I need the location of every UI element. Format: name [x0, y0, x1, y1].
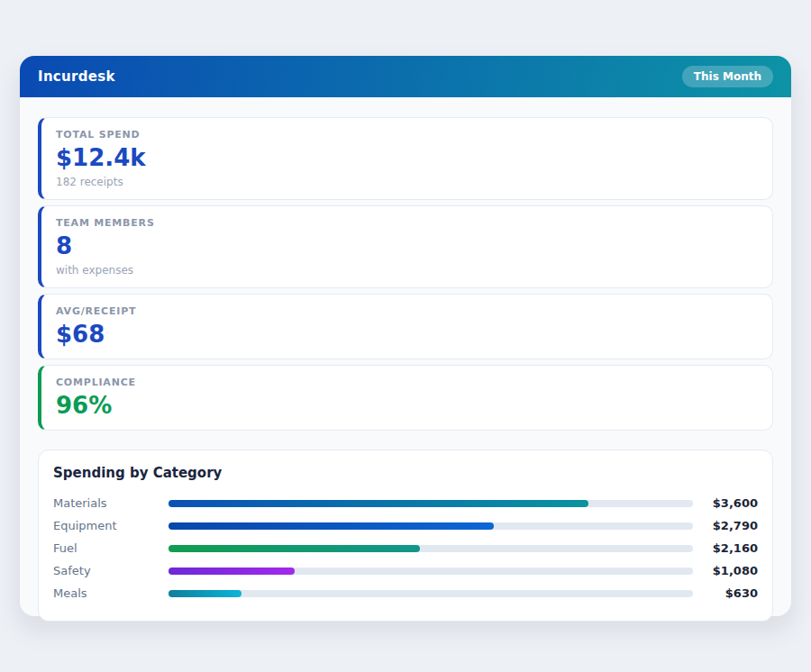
app-header: Incurdesk This Month	[20, 56, 791, 97]
stat-label: COMPLIANCE	[56, 377, 758, 388]
category-label: Equipment	[53, 519, 161, 532]
category-value: $2,160	[700, 541, 758, 555]
chart-row-list: Materials $3,600 Equipment $2,790 Fuel $…	[53, 492, 758, 604]
chart-row: Materials $3,600	[53, 492, 758, 514]
bar-fill	[169, 568, 295, 575]
bar-track	[169, 568, 693, 575]
category-value: $630	[700, 586, 758, 600]
stat-card: AVG/RECEIPT $68	[38, 294, 773, 359]
stat-subtext: 182 receipts	[56, 176, 758, 188]
category-value: $1,080	[700, 564, 758, 577]
chart-title: Spending by Category	[53, 465, 758, 481]
bar-track	[169, 545, 693, 552]
period-badge[interactable]: This Month	[682, 66, 773, 87]
chart-row: Meals $630	[53, 582, 758, 604]
app-title: Incurdesk	[38, 68, 115, 85]
stat-card: TOTAL SPEND $12.4k 182 receipts	[38, 117, 773, 200]
bar-track	[169, 590, 693, 597]
category-label: Fuel	[53, 541, 161, 555]
category-label: Materials	[53, 496, 161, 510]
spending-chart-card: Spending by Category Materials $3,600 Eq…	[38, 450, 773, 622]
category-label: Meals	[53, 586, 161, 600]
stat-subtext: with expenses	[56, 264, 758, 277]
stat-card: COMPLIANCE 96%	[38, 365, 773, 431]
dashboard-panel: Incurdesk This Month TOTAL SPEND $12.4k …	[20, 56, 791, 616]
category-value: $2,790	[700, 519, 758, 532]
category-label: Safety	[53, 564, 161, 577]
chart-row: Safety $1,080	[53, 559, 758, 582]
stat-label: AVG/RECEIPT	[56, 305, 758, 317]
bar-fill	[169, 545, 420, 552]
content-area: TOTAL SPEND $12.4k 182 receipts TEAM MEM…	[20, 97, 791, 622]
bar-track	[169, 522, 693, 530]
stat-value: 96%	[56, 392, 758, 420]
stat-value: $12.4k	[56, 144, 758, 172]
stat-label: TEAM MEMBERS	[56, 217, 758, 229]
bar-fill	[169, 500, 588, 507]
bar-fill	[169, 522, 494, 530]
chart-row: Fuel $2,160	[53, 537, 758, 559]
chart-row: Equipment $2,790	[53, 514, 758, 537]
bar-fill	[169, 590, 241, 597]
category-value: $3,600	[700, 496, 758, 510]
stat-value: 8	[56, 232, 758, 260]
stat-value: $68	[56, 321, 758, 349]
stat-card: TEAM MEMBERS 8 with expenses	[38, 205, 773, 288]
bar-track	[169, 500, 693, 507]
stat-label: TOTAL SPEND	[56, 129, 758, 141]
stat-card-list: TOTAL SPEND $12.4k 182 receipts TEAM MEM…	[38, 117, 773, 431]
